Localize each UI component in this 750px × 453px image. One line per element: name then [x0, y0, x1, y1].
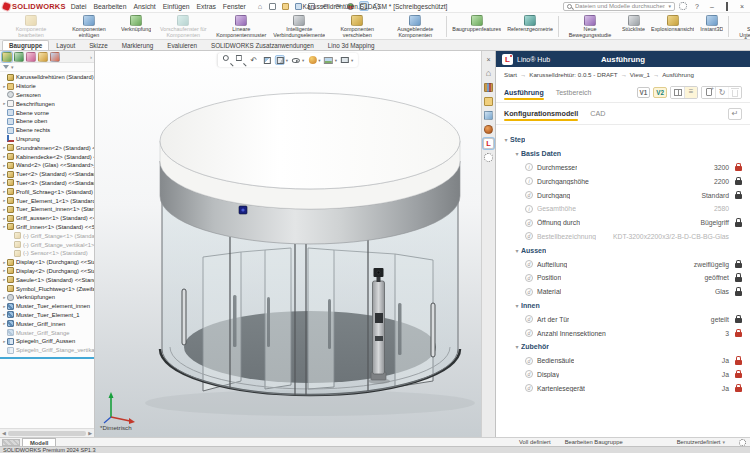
- ribbon-speedpak-unterbaugruppen-aktualisieren[interactable]: SpeedPak-Unterbaugruppen aktualisieren: [731, 14, 750, 39]
- ribbon-instant3d[interactable]: Instant3D: [697, 14, 726, 39]
- parameter-value[interactable]: Standard: [701, 192, 729, 199]
- view-settings-icon[interactable]: [340, 55, 350, 65]
- tab-evaluieren[interactable]: Evaluieren: [160, 40, 204, 50]
- tree-item[interactable]: ▸Muster_Griff_innen: [0, 319, 94, 328]
- lock-icon[interactable]: [735, 194, 742, 199]
- tree-item[interactable]: ▸Tuer_Element_1<1> (Standard) <<Standard…: [0, 196, 94, 205]
- tree-item[interactable]: Ursprung: [0, 135, 94, 144]
- lock-icon[interactable]: [735, 387, 742, 392]
- ribbon-intelligente-verbindungselemente[interactable]: Intelligente Verbindungselemente: [270, 14, 328, 39]
- parameter-row[interactable]: dArt der Türgeteilt: [496, 312, 750, 326]
- apply-scene-dropdown-icon[interactable]: ▾: [335, 58, 337, 63]
- parameter-value[interactable]: zweiflügelig: [694, 261, 729, 268]
- model-tab[interactable]: Modell: [22, 438, 56, 446]
- lock-icon[interactable]: [735, 222, 742, 227]
- tab-layout[interactable]: Layout: [49, 40, 82, 50]
- collapse-caret-icon[interactable]: ▾: [513, 343, 521, 350]
- tree-item[interactable]: (-) Griff_Stange<1> (Standard): [0, 231, 94, 240]
- lock-icon[interactable]: [735, 291, 742, 296]
- parameter-group[interactable]: ▾Aussen: [496, 243, 750, 257]
- version-button-v1[interactable]: V1: [637, 87, 651, 98]
- close-icon[interactable]: ×: [737, 3, 747, 10]
- parameter-row[interactable]: dDurchgangStandard: [496, 188, 750, 202]
- section-view-icon[interactable]: [262, 55, 272, 65]
- tree-tabs-more-icon[interactable]: ›: [90, 54, 92, 60]
- tree-item[interactable]: ▸Historie: [0, 82, 94, 91]
- tab-markierung[interactable]: Markierung: [115, 40, 161, 50]
- home-icon[interactable]: ⌂: [255, 1, 265, 11]
- parameter-row[interactable]: iGesamthöhe2580: [496, 202, 750, 216]
- parameter-row[interactable]: dKartenlesegerätJa: [496, 381, 750, 395]
- parameter-value[interactable]: geöffnet: [705, 274, 729, 281]
- ribbon-explosionsansicht[interactable]: Explosionsansicht: [648, 14, 697, 39]
- parameter-value[interactable]: 3200: [714, 164, 729, 171]
- delete-icon[interactable]: [728, 87, 741, 98]
- parameter-value[interactable]: Bügelgriff: [700, 219, 729, 226]
- parameter-row[interactable]: dAnzahl Innensektionen3: [496, 326, 750, 340]
- scroll-left-icon[interactable]: ◀: [2, 430, 6, 436]
- settings-icon[interactable]: [483, 152, 494, 163]
- parameter-value[interactable]: 2580: [714, 205, 729, 212]
- tree-item[interactable]: ▸Tuer<2> (Standard) <<Standard>_Anzeiges…: [0, 170, 94, 179]
- parameter-group[interactable]: ▾Zubehör: [496, 340, 750, 354]
- parameter-value[interactable]: Ja: [722, 385, 729, 392]
- zoom-area-icon[interactable]: [236, 55, 246, 65]
- ribbon-lineare-komponentenmuster[interactable]: Lineare Komponentenmuster: [212, 14, 270, 39]
- resources-icon[interactable]: ⌂: [483, 68, 494, 79]
- tree-item[interactable]: Spiegeln_Griff_Stange_vertikal: [0, 346, 94, 355]
- parameter-row[interactable]: dAufteilungzweiflügelig: [496, 257, 750, 271]
- parameter-value[interactable]: Glas: [715, 288, 729, 295]
- parameter-row[interactable]: dBestellbezeichnungKDT-3200x2200x3/2-B-D…: [496, 230, 750, 244]
- ribbon-stückliste[interactable]: Stückliste: [619, 14, 648, 39]
- breadcrumb-item[interactable]: Karusselldrehtür: 0.0.5 - DRAFT: [529, 71, 617, 78]
- filter-dropdown-icon[interactable]: ▾: [11, 64, 14, 70]
- tree-item[interactable]: (-) Griff_Stange_vertikal<1> (Standard): [0, 240, 94, 249]
- tree-item[interactable]: Ebene vorne: [0, 108, 94, 117]
- ribbon-komponenten-einfügen[interactable]: Komponenten einfügen: [60, 14, 118, 39]
- hide-show-items-dropdown-icon[interactable]: ▾: [302, 58, 304, 63]
- tree-item[interactable]: ▸Verknüpfungen: [0, 293, 94, 302]
- displaymanager-tab-icon[interactable]: [50, 52, 60, 62]
- new-document-icon[interactable]: [702, 87, 715, 98]
- lock-icon[interactable]: [735, 263, 742, 268]
- tab-splitter[interactable]: [2, 439, 20, 446]
- appearances-scenes-icon[interactable]: [483, 124, 494, 135]
- display-style-dropdown-icon[interactable]: ▾: [286, 58, 288, 63]
- tree-item[interactable]: ▸Griff_innen<1> (Standard) <<Standard>: [0, 223, 94, 232]
- tree-item[interactable]: Sensoren: [0, 91, 94, 100]
- tree-item[interactable]: Karusselldrehtüren (Standard) <Anzeigest…: [0, 73, 94, 82]
- tree-item[interactable]: Muster_Griff_Stange: [0, 328, 94, 337]
- parameter-value[interactable]: geteilt: [711, 316, 729, 323]
- open-folder-icon[interactable]: [281, 1, 291, 11]
- lino-hub-icon[interactable]: L: [483, 138, 494, 149]
- scroll-thumb[interactable]: [8, 431, 86, 436]
- parameter-row[interactable]: dMaterialGlas: [496, 285, 750, 299]
- version-button-v2[interactable]: V2: [653, 87, 667, 98]
- zoom-fit-icon[interactable]: [223, 55, 233, 65]
- menu-item-einfügen[interactable]: Einfügen: [163, 3, 190, 10]
- tree-item[interactable]: Ebene rechts: [0, 126, 94, 135]
- menu-item-fenster[interactable]: Fenster: [223, 3, 246, 10]
- list-layout-icon[interactable]: ≡: [684, 87, 697, 98]
- ribbon-referenzgeometrie[interactable]: Referenzgeometrie: [504, 14, 556, 39]
- tree-item[interactable]: Ebene oben: [0, 117, 94, 126]
- view-palette-icon[interactable]: [483, 110, 494, 121]
- parameter-value[interactable]: 3: [725, 330, 729, 337]
- tree-horizontal-scrollbar[interactable]: ◀ ▶: [0, 428, 94, 437]
- lock-icon[interactable]: [735, 166, 742, 171]
- parameter-value[interactable]: Ja: [722, 357, 729, 364]
- lino-tab-testbereich[interactable]: Testbereich: [556, 86, 592, 99]
- edit-appearance-icon[interactable]: [307, 55, 317, 65]
- tree-filter[interactable]: ▾: [0, 63, 94, 72]
- refresh-icon[interactable]: ↻: [715, 87, 728, 98]
- tab-skizze[interactable]: Skizze: [82, 40, 115, 50]
- file-explorer-icon[interactable]: [483, 96, 494, 107]
- ribbon-neue-bewegungsstudie[interactable]: Neue Bewegungsstudie: [561, 14, 619, 39]
- menu-item-extras[interactable]: Extras: [197, 3, 216, 10]
- featuremanager-tab-icon[interactable]: [2, 52, 12, 62]
- breadcrumb-item[interactable]: Start: [504, 71, 517, 78]
- collapse-caret-icon[interactable]: ▾: [502, 136, 510, 143]
- close-icon[interactable]: ×: [483, 54, 494, 65]
- parameter-row[interactable]: dPositiongeöffnet: [496, 271, 750, 285]
- tree-item[interactable]: ▸Profil_Schraeg<1> (Standard) <<Standard…: [0, 187, 94, 196]
